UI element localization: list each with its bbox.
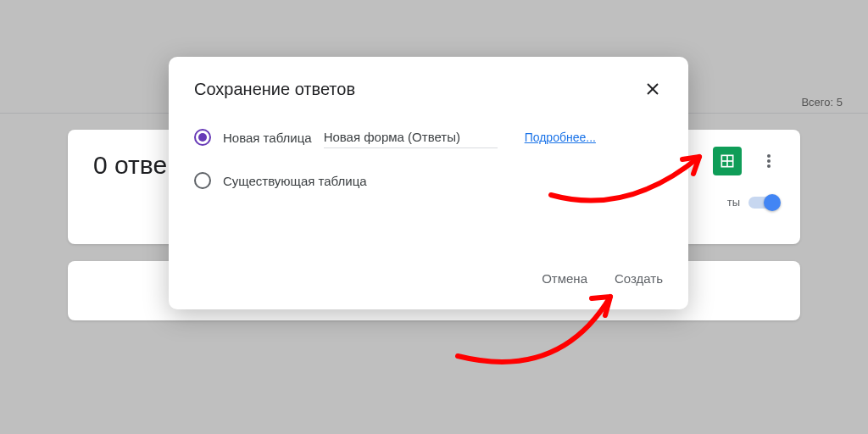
radio-new-label: Новая таблица bbox=[223, 131, 312, 145]
accepting-label: ты bbox=[727, 196, 740, 209]
radio-existing-sheet[interactable] bbox=[194, 172, 211, 189]
accepting-toggle[interactable] bbox=[748, 197, 779, 209]
total-count-label: Всего: 5 bbox=[801, 96, 843, 108]
toggle-thumb bbox=[764, 194, 781, 211]
close-icon bbox=[645, 81, 660, 97]
learn-more-link[interactable]: Подробнее... bbox=[525, 131, 596, 144]
svg-point-3 bbox=[767, 154, 771, 158]
create-button[interactable]: Создать bbox=[611, 264, 666, 292]
sheets-icon[interactable] bbox=[713, 147, 742, 175]
svg-point-4 bbox=[767, 159, 771, 163]
kebab-menu-icon[interactable] bbox=[759, 151, 779, 171]
radio-selected-dot bbox=[198, 133, 207, 142]
cancel-button[interactable]: Отмена bbox=[538, 264, 591, 292]
sheet-name-input[interactable] bbox=[324, 126, 498, 148]
dialog-title: Сохранение ответов bbox=[194, 80, 355, 99]
close-button[interactable] bbox=[643, 79, 663, 99]
radio-existing-label: Существующая таблица bbox=[223, 174, 367, 188]
save-responses-dialog: Сохранение ответов Новая таблица Подробн… bbox=[169, 57, 688, 309]
svg-point-5 bbox=[767, 164, 771, 168]
radio-new-sheet[interactable] bbox=[194, 129, 211, 146]
